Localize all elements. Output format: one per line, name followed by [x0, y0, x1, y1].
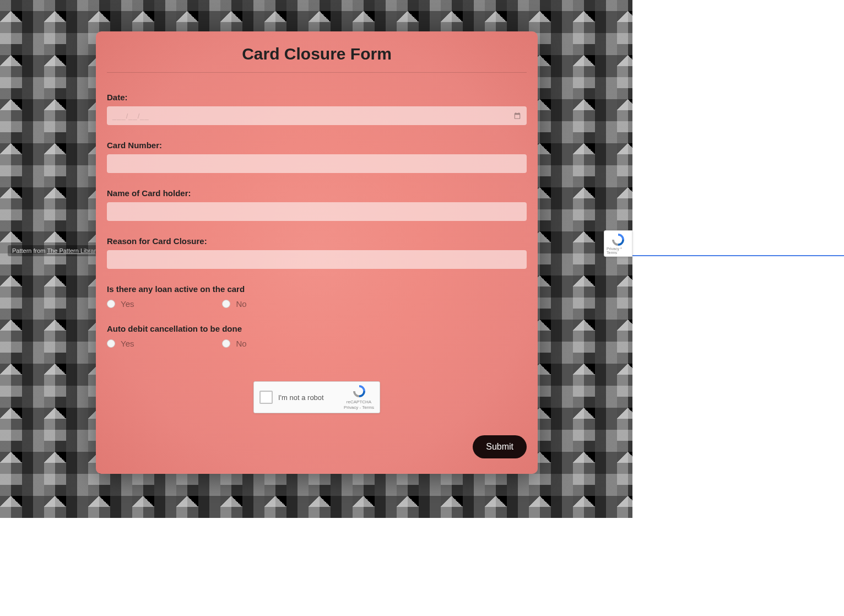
auto-debit-yes-label: Yes: [121, 339, 134, 348]
auto-debit-no-option[interactable]: No: [222, 339, 246, 348]
auto-debit-yes-radio[interactable]: [107, 339, 115, 348]
date-label: Date:: [107, 93, 527, 102]
loan-active-no-label: No: [236, 299, 246, 309]
card-closure-form: Card Closure Form Date: ___/__/__ Card N…: [96, 31, 538, 474]
recaptcha-logo: reCAPTCHA Privacy - Terms: [344, 384, 374, 411]
auto-debit-no-label: No: [236, 339, 246, 348]
recaptcha-icon: [352, 384, 366, 398]
pattern-credit-link[interactable]: The Pattern Library: [47, 247, 99, 254]
card-holder-field: Name of Card holder:: [107, 188, 527, 221]
recaptcha-badge-icon: [611, 233, 625, 247]
card-number-field: Card Number:: [107, 141, 527, 173]
recaptcha-checkbox[interactable]: [259, 391, 273, 404]
reason-input[interactable]: [107, 250, 527, 269]
card-number-input[interactable]: [107, 154, 527, 173]
reason-field: Reason for Card Closure:: [107, 236, 527, 269]
recaptcha-badge-links[interactable]: Privacy * Terms: [607, 247, 630, 255]
loan-active-question: Is there any loan active on the card: [107, 284, 527, 294]
recaptcha-brand: reCAPTCHA: [344, 399, 374, 405]
recaptcha-widget[interactable]: I'm not a robot reCAPTCHA Privacy - Term…: [253, 381, 380, 413]
reason-label: Reason for Card Closure:: [107, 236, 527, 246]
form-title: Card Closure Form: [107, 40, 527, 73]
blue-divider-line: [632, 255, 844, 256]
pattern-credit: Pattern from The Pattern Library: [8, 245, 104, 256]
date-input[interactable]: [107, 106, 527, 125]
auto-debit-question: Auto debit cancellation to be done: [107, 324, 527, 333]
loan-active-no-radio[interactable]: [222, 300, 230, 308]
loan-active-yes-radio[interactable]: [107, 300, 115, 308]
card-number-label: Card Number:: [107, 141, 527, 150]
card-holder-input[interactable]: [107, 202, 527, 221]
recaptcha-floating-badge[interactable]: Privacy * Terms: [604, 230, 632, 257]
auto-debit-group: Auto debit cancellation to be done Yes N…: [107, 324, 527, 348]
date-field: Date: ___/__/__: [107, 93, 527, 125]
loan-active-no-option[interactable]: No: [222, 299, 246, 309]
card-holder-label: Name of Card holder:: [107, 188, 527, 198]
auto-debit-yes-option[interactable]: Yes: [107, 339, 134, 348]
auto-debit-no-radio[interactable]: [222, 339, 230, 348]
recaptcha-label: I'm not a robot: [278, 393, 344, 402]
loan-active-yes-option[interactable]: Yes: [107, 299, 134, 309]
recaptcha-links[interactable]: Privacy - Terms: [344, 405, 374, 410]
loan-active-yes-label: Yes: [121, 299, 134, 309]
submit-button[interactable]: Submit: [473, 435, 527, 458]
pattern-credit-prefix: Pattern from: [12, 247, 47, 254]
loan-active-group: Is there any loan active on the card Yes…: [107, 284, 527, 309]
